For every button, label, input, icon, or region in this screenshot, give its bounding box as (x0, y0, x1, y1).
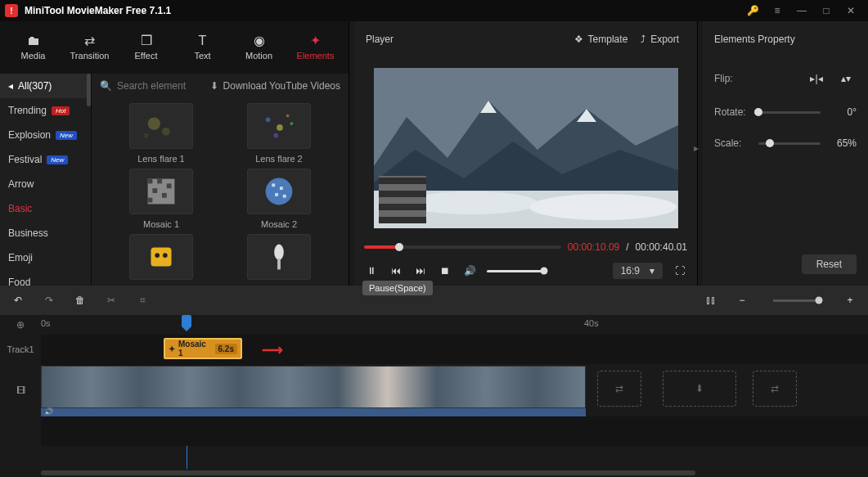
elements-grid-area: 🔍Search element ⬇Download YouTube Videos… (92, 74, 349, 286)
seek-knob[interactable] (395, 243, 403, 251)
video-preview[interactable] (374, 68, 678, 228)
extra-track-row (0, 416, 868, 446)
svg-point-15 (266, 178, 293, 205)
minimize-icon[interactable]: — (789, 0, 814, 21)
snap-icon[interactable]: ⫿⫿ (704, 295, 717, 306)
properties-title: Elements Property (703, 21, 868, 57)
panel-expand-icon[interactable]: ▸ (694, 142, 699, 154)
transition-slot-1[interactable]: ⇄ (597, 371, 641, 407)
search-icon: 🔍 (100, 80, 112, 92)
svg-point-7 (286, 115, 290, 118)
left-panel: 🖿Media ⇄Transition ❒Effect TText ◉Motion… (0, 21, 349, 286)
key-icon[interactable]: 🔑 (740, 0, 765, 21)
download-youtube-button[interactable]: ⬇Download YouTube Videos (210, 80, 340, 92)
zoom-slider[interactable] (773, 299, 819, 302)
mosaic-overlay[interactable] (379, 176, 426, 223)
flip-horizontal-button[interactable]: ▸|◂ (806, 70, 827, 87)
timeline-scrollbar[interactable] (0, 469, 868, 477)
template-button[interactable]: ❖Template (568, 34, 635, 45)
element-extra-1[interactable] (105, 234, 218, 285)
sidebar-item-basic[interactable]: Basic (0, 196, 91, 221)
sidebar-item-emoji[interactable]: Emoji (0, 245, 91, 270)
split-button[interactable]: ✂ (105, 295, 118, 306)
search-input[interactable]: 🔍Search element (100, 80, 202, 92)
svg-point-3 (266, 117, 271, 122)
element-lens-flare-1[interactable]: Lens flare 1 (105, 103, 218, 164)
volume-slider[interactable] (487, 270, 544, 272)
sidebar-item-all[interactable]: ◂ All(307) (0, 74, 91, 98)
app-title: MiniTool MovieMaker Free 7.1.1 (25, 5, 740, 16)
sidebar-item-trending[interactable]: TrendingHot (0, 98, 91, 123)
redo-button[interactable]: ↷ (43, 295, 56, 306)
delete-button[interactable]: 🗑 (74, 295, 87, 306)
svg-point-6 (273, 133, 278, 138)
undo-button[interactable]: ↶ (11, 295, 25, 306)
rotate-label: Rotate: (714, 106, 750, 118)
zoom-in-button[interactable]: + (843, 295, 857, 306)
svg-point-29 (407, 191, 537, 214)
svg-rect-19 (283, 195, 286, 198)
volume-icon[interactable]: 🔊 (462, 265, 477, 277)
template-icon: ❖ (574, 34, 583, 45)
element-mosaic-2[interactable]: Mosaic 2 (223, 169, 335, 229)
audio-strip[interactable]: 🔊 (41, 408, 586, 416)
flip-vertical-button[interactable]: ▴▾ (835, 70, 857, 87)
svg-rect-12 (152, 188, 157, 193)
scale-slider[interactable] (758, 142, 821, 145)
pause-button[interactable]: ⏸ (364, 265, 379, 277)
transition-slot-2[interactable]: ⇄ (753, 371, 797, 407)
sidebar-item-arrow[interactable]: Arrow (0, 172, 91, 196)
element-lens-flare-2[interactable]: Lens flare 2 (223, 103, 335, 164)
duration: 00:00:40.01 (636, 241, 687, 253)
svg-point-5 (290, 122, 294, 125)
video-clip[interactable] (41, 366, 586, 408)
aspect-ratio-select[interactable]: 16:9▾ (613, 263, 663, 279)
timeline-ruler[interactable]: 0s 40s (41, 315, 868, 335)
star-icon: ✦ (169, 344, 175, 353)
media-drop-slot[interactable]: ⬇ (663, 371, 736, 407)
sidebar-scrollbar[interactable] (87, 74, 91, 106)
sidebar-item-festival[interactable]: FestivalNew (0, 147, 91, 172)
extra-track-icon[interactable] (0, 416, 41, 446)
svg-rect-9 (148, 179, 153, 184)
element-mosaic-1[interactable]: Mosaic 1 (105, 169, 218, 229)
tab-transition[interactable]: ⇄Transition (61, 28, 118, 67)
reset-button[interactable]: Reset (802, 254, 857, 274)
fullscreen-button[interactable]: ⛶ (672, 265, 687, 277)
maximize-icon[interactable]: □ (814, 0, 839, 21)
element-extra-2[interactable] (223, 234, 335, 285)
export-button[interactable]: ⤴Export (634, 34, 686, 45)
tab-motion[interactable]: ◉Motion (231, 28, 287, 67)
folder-icon: 🖿 (27, 34, 40, 47)
svg-rect-14 (148, 198, 153, 203)
playhead-handle[interactable] (182, 315, 191, 326)
swap-icon: ⇄ (84, 34, 95, 47)
sidebar-item-business[interactable]: Business (0, 221, 91, 245)
svg-point-1 (162, 128, 170, 136)
rotate-slider[interactable] (758, 111, 821, 114)
sidebar-item-food[interactable]: Food (0, 270, 91, 286)
crop-button[interactable]: ⌗ (136, 295, 149, 306)
seek-slider[interactable] (364, 245, 561, 249)
menu-icon[interactable]: ≡ (765, 0, 789, 21)
chevron-down-icon: ▾ (650, 265, 654, 277)
properties-panel: Elements Property Flip: ▸|◂ ▴▾ Rotate: 0… (703, 21, 868, 286)
annotation-arrow: ⟶ (262, 341, 283, 359)
zoom-out-button[interactable]: − (735, 295, 749, 306)
stop-button[interactable]: ⏹ (438, 265, 452, 277)
svg-rect-10 (157, 179, 162, 184)
tab-media[interactable]: 🖿Media (5, 28, 61, 67)
next-button[interactable]: ⏭ (413, 265, 428, 277)
tab-elements[interactable]: ✦Elements (287, 28, 344, 67)
timeline-toolbar: ↶ ↷ 🗑 ✂ ⌗ ⫿⫿ − + (0, 286, 868, 315)
add-track-button[interactable]: ⊕ (0, 315, 41, 335)
svg-rect-16 (272, 183, 275, 187)
prev-button[interactable]: ⏮ (389, 265, 403, 277)
element-clip-mosaic[interactable]: ✦ Mosaic 1 6.2s (164, 338, 242, 359)
tab-effect[interactable]: ❒Effect (118, 28, 174, 67)
video-track-icon[interactable]: 🎞 (0, 364, 41, 416)
timeline: ↶ ↷ 🗑 ✂ ⌗ ⫿⫿ − + ⊕ 0s 40s Track1 ✦ Mosai… (0, 286, 868, 477)
close-icon[interactable]: ✕ (839, 0, 863, 21)
sidebar-item-explosion[interactable]: ExplosionNew (0, 123, 91, 147)
tab-text[interactable]: TText (174, 28, 231, 67)
